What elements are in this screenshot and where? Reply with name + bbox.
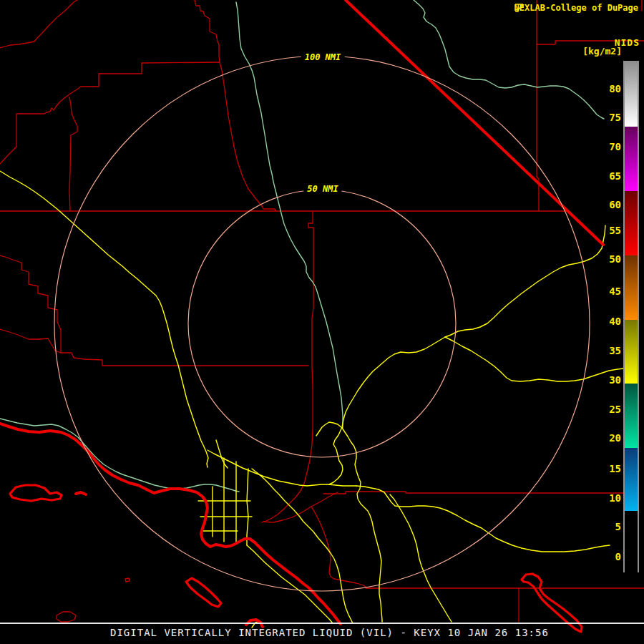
county-border [195,0,275,211]
range-ring-label-50nmi: 50 NMI [303,184,341,194]
county-border [69,97,77,211]
color-scale-tick-label: 40 [592,316,621,327]
county-border [537,0,539,211]
color-scale-segment [625,448,638,511]
color-scale-tick-label: 65 [592,170,621,182]
color-scale-segment [625,127,638,191]
road [216,440,228,468]
color-scale-segment [625,511,638,572]
road [316,422,342,436]
range-ring-label-100nmi: 100 NMI [301,52,345,62]
road [0,171,208,467]
color-scale-tick-label: 55 [592,225,621,236]
color-scale-tick-label: 0 [592,551,621,562]
island-thin [57,612,76,622]
color-scale-tick-label: 10 [592,492,621,504]
color-scale-tick-label: 80 [592,83,621,94]
color-scale-tick-label: 35 [592,345,621,356]
color-scale-segment [625,384,638,448]
color-scale-segment [625,191,638,255]
road [208,450,356,486]
color-scale-tick-label: 70 [592,141,621,152]
county-border [0,62,220,164]
footer-separator [0,623,644,624]
color-scale-segment [625,62,638,127]
product-title: DIGITAL VERTICALLY INTEGRATED LIQUID (VI… [110,627,549,638]
road [329,337,445,484]
units-label: [kg/m2] [582,46,622,57]
river [414,0,604,119]
brand-text: NEXLAB-College of DuPage [514,3,638,13]
road [390,494,452,622]
color-scale-tick-label: 50 [592,253,621,265]
radar-display: 100 NMI 50 NMI NEXLAB-College of DuPage … [0,0,644,644]
color-scale-tick-label: 60 [592,199,621,210]
road [247,545,333,623]
county-border [262,211,313,522]
color-scale-tick-label: 45 [592,286,621,297]
color-scale-segment [625,255,638,320]
island-thick [10,485,62,501]
island-thick [186,578,221,607]
color-scale-bar [623,61,639,572]
river [0,419,239,492]
color-scale-tick-label: 20 [592,432,621,444]
color-scale-tick-label: 15 [592,463,621,474]
interstate [76,492,86,494]
road [342,428,382,622]
county-border [0,0,77,48]
road [247,469,248,545]
range-ring-100nmi [54,56,590,591]
color-scale-tick-label: 75 [592,112,621,123]
color-scale-tick-label: 30 [592,374,621,386]
range-ring-50nmi [188,190,456,457]
interstate [346,0,603,245]
brand-header: NEXLAB-College of DuPage [514,3,641,13]
county-border [0,329,308,366]
radar-map [0,0,644,644]
county-border [0,255,61,353]
color-scale-tick-label: 25 [592,404,621,415]
road [356,486,610,552]
color-scale-segment [625,320,638,384]
color-scale-tick-label: 5 [592,521,621,532]
river [236,2,343,428]
road [445,225,605,337]
county-border [323,492,625,494]
island-thin [125,578,130,582]
